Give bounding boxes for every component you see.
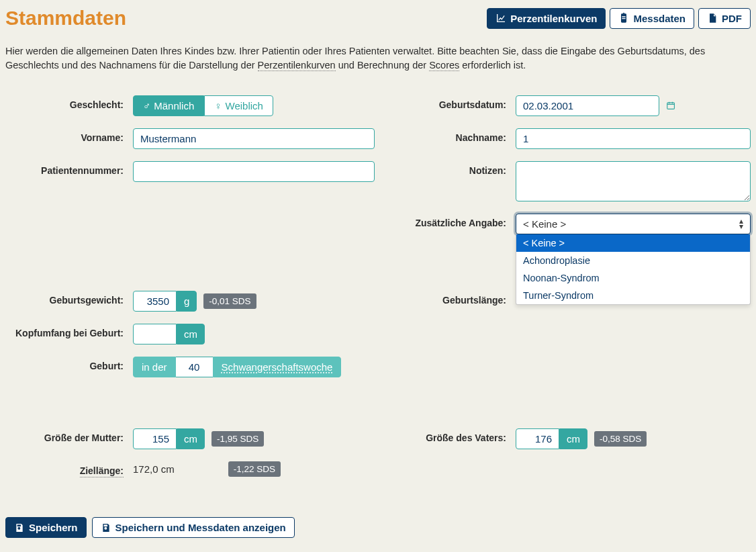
save-and-show-button[interactable]: Speichern und Messdaten anzeigen — [92, 517, 295, 538]
unit-g: g — [177, 291, 197, 312]
save-icon — [14, 522, 25, 533]
gender-female-label: Weiblich — [226, 100, 263, 111]
lastname-input[interactable] — [516, 128, 751, 149]
female-icon: ♀ — [214, 100, 222, 111]
pregnancy-week-input[interactable] — [176, 357, 213, 377]
label-firstname: Vorname: — [5, 128, 133, 143]
birthweight-input[interactable] — [133, 291, 177, 312]
svg-rect-0 — [667, 102, 675, 108]
chart-icon — [495, 13, 506, 24]
unit-cm: cm — [177, 324, 205, 344]
firstname-input[interactable] — [133, 128, 375, 149]
unit-cm-3: cm — [559, 428, 587, 449]
label-extra: Zusätzliche Angabe: — [375, 214, 516, 228]
chevron-updown-icon: ▴▾ — [739, 219, 743, 228]
intro-post: erforderlich ist. — [459, 60, 526, 71]
label-targetheight: Ziellänge: — [5, 461, 133, 476]
clipboard-icon — [618, 13, 629, 24]
pdf-button[interactable]: PDF — [698, 8, 751, 29]
extra-select[interactable]: < Keine > ▴▾ — [516, 214, 751, 234]
intro-mid: und Berechnung der — [336, 60, 429, 71]
pregnancy-lead: in der — [133, 357, 176, 377]
save-icon-2 — [101, 522, 111, 533]
label-birthweight: Geburtsgewicht: — [5, 291, 133, 306]
page-title: Stammdaten — [5, 7, 126, 30]
intro-text: Hier werden die allgemeinen Daten Ihres … — [5, 44, 744, 73]
file-pdf-icon — [707, 13, 718, 24]
birthweight-sds-badge: -0,01 SDS — [203, 293, 256, 309]
gender-toggle: ♂ Männlich ♀ Weiblich — [133, 95, 273, 116]
gender-male-button[interactable]: ♂ Männlich — [133, 95, 204, 116]
label-gender: Geschlecht: — [5, 95, 133, 110]
birthdate-input[interactable] — [516, 95, 659, 116]
measurements-button[interactable]: Messdaten — [610, 8, 694, 29]
label-motherheight: Größe der Mutter: — [5, 428, 133, 443]
save-label: Speichern — [29, 522, 78, 533]
percentile-curves-label: Perzentilenkurven — [510, 13, 597, 24]
save-and-show-label: Speichern und Messdaten anzeigen — [115, 522, 286, 533]
fatherheight-input[interactable] — [516, 428, 559, 449]
scores-link[interactable]: Scores — [429, 60, 459, 71]
targetheight-value: 172,0 cm — [133, 463, 175, 475]
unit-cm-2: cm — [177, 428, 205, 449]
label-birthlength: Geburtslänge: — [375, 291, 516, 306]
fatherheight-sds-badge: -0,58 SDS — [594, 431, 647, 447]
extra-option-turner[interactable]: Turner-Syndrom — [516, 287, 750, 304]
save-button[interactable]: Speichern — [5, 517, 87, 538]
pdf-label: PDF — [722, 13, 742, 24]
extra-option-noonan[interactable]: Noonan-Syndrom — [516, 269, 750, 287]
notes-textarea[interactable] — [516, 161, 751, 201]
percentile-curves-button[interactable]: Perzentilenkurven — [487, 8, 606, 29]
extra-option-achondroplasie[interactable]: Achondroplasie — [516, 252, 750, 269]
label-notes: Notizen: — [375, 161, 516, 176]
label-lastname: Nachname: — [375, 128, 516, 143]
calendar-icon[interactable] — [666, 101, 675, 111]
pregnancy-trail: Schwangerschaftswoche — [213, 357, 342, 377]
label-headcirc: Kopfumfang bei Geburt: — [5, 324, 133, 338]
label-birth: Geburt: — [5, 357, 133, 371]
headcirc-input[interactable] — [133, 324, 177, 344]
measurements-label: Messdaten — [633, 13, 686, 24]
extra-select-value: < Keine > — [523, 218, 566, 230]
header-button-row: Perzentilenkurven Messdaten PDF — [487, 8, 751, 29]
gender-female-button[interactable]: ♀ Weiblich — [204, 95, 273, 116]
motherheight-input[interactable] — [133, 428, 177, 449]
percentile-curves-link[interactable]: Perzentilenkurven — [258, 60, 336, 71]
patientno-input[interactable] — [133, 161, 375, 182]
label-birthdate: Geburtsdatum: — [375, 95, 516, 110]
extra-dropdown: < Keine > Achondroplasie Noonan-Syndrom … — [516, 234, 751, 305]
label-patientno: Patientennummer: — [5, 161, 133, 176]
label-fatherheight: Größe des Vaters: — [375, 428, 516, 443]
male-icon: ♂ — [143, 100, 150, 111]
motherheight-sds-badge: -1,95 SDS — [211, 431, 264, 447]
gender-male-label: Männlich — [154, 100, 194, 111]
extra-option-none[interactable]: < Keine > — [516, 234, 750, 252]
targetheight-sds-badge: -1,22 SDS — [228, 461, 281, 477]
